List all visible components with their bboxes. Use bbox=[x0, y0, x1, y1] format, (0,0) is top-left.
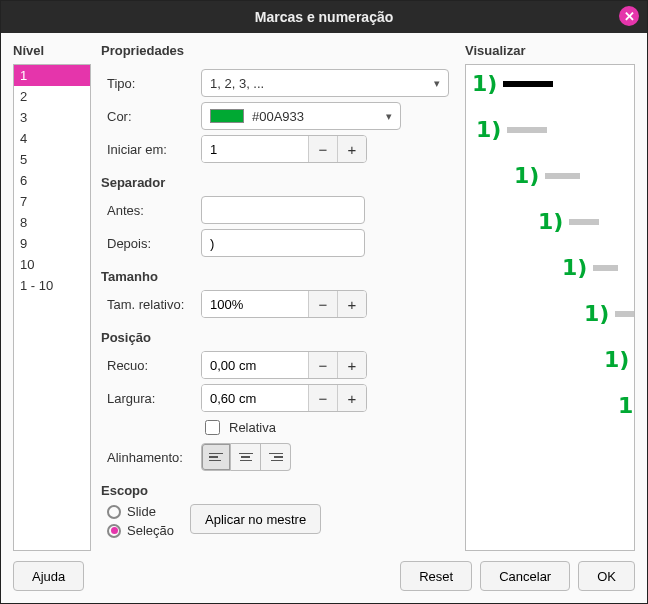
cancel-button[interactable]: Cancelar bbox=[480, 561, 570, 591]
start-label: Iniciar em: bbox=[101, 142, 201, 157]
color-dropdown[interactable]: #00A933 ▾ bbox=[201, 102, 401, 130]
level-item[interactable]: 5 bbox=[14, 149, 90, 170]
width-decrement-button[interactable]: − bbox=[308, 385, 337, 411]
preview-textbar bbox=[569, 219, 599, 225]
color-swatch-icon bbox=[210, 109, 244, 123]
reset-button[interactable]: Reset bbox=[400, 561, 472, 591]
preview-heading: Visualizar bbox=[465, 43, 635, 58]
chevron-down-icon: ▾ bbox=[434, 77, 440, 90]
level-column: Nível 123456789101 - 10 bbox=[13, 43, 91, 551]
relsize-row: Tam. relativo: − + bbox=[101, 290, 455, 318]
align-left-button[interactable] bbox=[201, 443, 231, 471]
width-label: Largura: bbox=[101, 391, 201, 406]
width-row: Largura: − + bbox=[101, 384, 455, 412]
close-button[interactable]: ✕ bbox=[619, 6, 639, 26]
align-center-icon bbox=[239, 451, 253, 464]
before-input[interactable] bbox=[201, 196, 365, 224]
level-heading: Nível bbox=[13, 43, 91, 58]
width-input[interactable] bbox=[202, 385, 308, 411]
relative-label: Relativa bbox=[229, 420, 276, 435]
type-dropdown[interactable]: 1, 2, 3, ... ▾ bbox=[201, 69, 449, 97]
level-item[interactable]: 10 bbox=[14, 254, 90, 275]
alignment-label: Alinhamento: bbox=[101, 450, 201, 465]
preview-line: 1) bbox=[476, 117, 547, 142]
properties-heading: Propriedades bbox=[101, 43, 455, 58]
scope-selection-radio[interactable]: Seleção bbox=[107, 523, 174, 538]
color-label: Cor: bbox=[101, 109, 201, 124]
level-item[interactable]: 3 bbox=[14, 107, 90, 128]
after-input[interactable] bbox=[201, 229, 365, 257]
alignment-group bbox=[201, 443, 291, 471]
align-right-button[interactable] bbox=[261, 443, 291, 471]
indent-input[interactable] bbox=[202, 352, 308, 378]
relsize-decrement-button[interactable]: − bbox=[308, 291, 337, 317]
level-item[interactable]: 6 bbox=[14, 170, 90, 191]
level-item[interactable]: 1 - 10 bbox=[14, 275, 90, 296]
preview-textbar bbox=[593, 265, 618, 271]
help-button[interactable]: Ajuda bbox=[13, 561, 84, 591]
ok-button[interactable]: OK bbox=[578, 561, 635, 591]
preview-column: Visualizar 1)1)1)1)1)1)1)1) bbox=[465, 43, 635, 551]
type-value: 1, 2, 3, ... bbox=[210, 76, 264, 91]
preview-number: 1) bbox=[472, 71, 497, 96]
titlebar: Marcas e numeração ✕ bbox=[1, 1, 647, 33]
properties-body: Tipo: 1, 2, 3, ... ▾ Cor: #00A933 ▾ bbox=[101, 64, 455, 551]
start-input[interactable] bbox=[202, 136, 308, 162]
indent-row: Recuo: − + bbox=[101, 351, 455, 379]
start-row: Iniciar em: − + bbox=[101, 135, 455, 163]
apply-master-button[interactable]: Aplicar no mestre bbox=[190, 504, 321, 534]
size-heading: Tamanho bbox=[101, 269, 455, 284]
level-item[interactable]: 9 bbox=[14, 233, 90, 254]
dialog-footer: Ajuda Reset Cancelar OK bbox=[1, 551, 647, 603]
preview-line: 1) bbox=[538, 209, 599, 234]
align-right-icon bbox=[269, 451, 283, 464]
preview-textbar bbox=[615, 311, 635, 317]
alignment-row: Alinhamento: bbox=[101, 443, 455, 471]
start-spinner: − + bbox=[201, 135, 367, 163]
before-row: Antes: bbox=[101, 196, 455, 224]
preview-number: 1) bbox=[604, 347, 629, 372]
close-icon: ✕ bbox=[624, 9, 635, 24]
relative-checkbox-row: Relativa bbox=[201, 417, 455, 438]
start-decrement-button[interactable]: − bbox=[308, 136, 337, 162]
level-item[interactable]: 7 bbox=[14, 191, 90, 212]
indent-label: Recuo: bbox=[101, 358, 201, 373]
color-row: Cor: #00A933 ▾ bbox=[101, 102, 455, 130]
type-row: Tipo: 1, 2, 3, ... ▾ bbox=[101, 69, 455, 97]
level-item[interactable]: 4 bbox=[14, 128, 90, 149]
preview-line: 1) bbox=[618, 393, 635, 418]
width-spinner: − + bbox=[201, 384, 367, 412]
relsize-input[interactable] bbox=[202, 291, 308, 317]
level-item[interactable]: 2 bbox=[14, 86, 90, 107]
relative-checkbox[interactable] bbox=[205, 420, 220, 435]
preview-box: 1)1)1)1)1)1)1)1) bbox=[465, 64, 635, 551]
level-item[interactable]: 1 bbox=[14, 65, 90, 86]
relsize-spinner: − + bbox=[201, 290, 367, 318]
scope-heading: Escopo bbox=[101, 483, 455, 498]
start-increment-button[interactable]: + bbox=[337, 136, 366, 162]
chevron-down-icon: ▾ bbox=[386, 110, 392, 123]
preview-number: 1) bbox=[476, 117, 501, 142]
indent-decrement-button[interactable]: − bbox=[308, 352, 337, 378]
position-heading: Posição bbox=[101, 330, 455, 345]
level-item[interactable]: 8 bbox=[14, 212, 90, 233]
preview-number: 1) bbox=[618, 393, 635, 418]
relsize-increment-button[interactable]: + bbox=[337, 291, 366, 317]
before-label: Antes: bbox=[101, 203, 201, 218]
scope-slide-radio[interactable]: Slide bbox=[107, 504, 174, 519]
properties-column: Propriedades Tipo: 1, 2, 3, ... ▾ Cor: #… bbox=[101, 43, 455, 551]
scope-row: Slide Seleção Aplicar no mestre bbox=[101, 504, 455, 538]
scope-radio-group: Slide Seleção bbox=[101, 504, 174, 538]
align-center-button[interactable] bbox=[231, 443, 261, 471]
preview-line: 1) bbox=[584, 301, 635, 326]
level-list[interactable]: 123456789101 - 10 bbox=[13, 64, 91, 551]
preview-line: 1) bbox=[472, 71, 553, 96]
scope-slide-label: Slide bbox=[127, 504, 156, 519]
preview-number: 1) bbox=[514, 163, 539, 188]
color-value: #00A933 bbox=[252, 109, 304, 124]
width-increment-button[interactable]: + bbox=[337, 385, 366, 411]
preview-line: 1) bbox=[604, 347, 635, 372]
preview-line: 1) bbox=[562, 255, 618, 280]
indent-increment-button[interactable]: + bbox=[337, 352, 366, 378]
indent-spinner: − + bbox=[201, 351, 367, 379]
